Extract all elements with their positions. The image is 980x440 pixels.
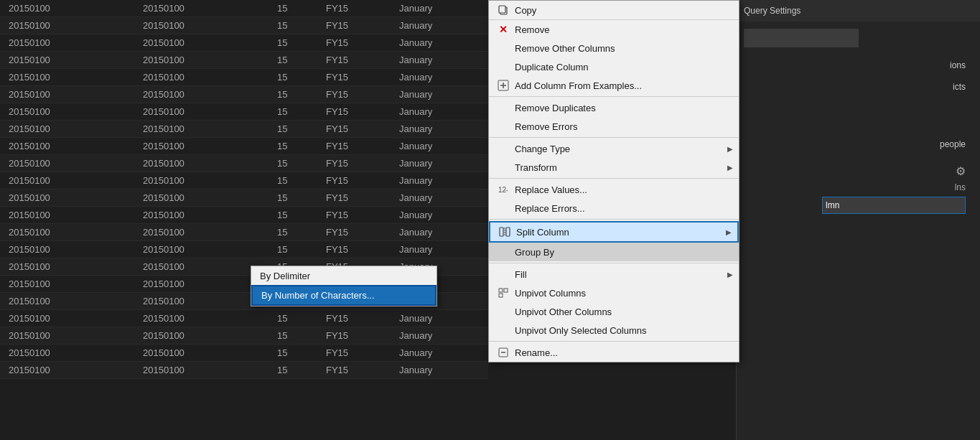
submenu-item-by-num-chars-label: By Number of Characters...: [261, 290, 375, 301]
svg-rect-1: [499, 6, 505, 13]
svg-rect-10: [499, 289, 503, 292]
table-cell-col5: January: [391, 362, 488, 379]
table-cell-col2: 20150100: [134, 224, 269, 241]
table-cell-col5: January: [391, 17, 488, 34]
menu-item-replace-values-label: Replace Values...: [512, 184, 730, 195]
right-panel-content: ions icts people ⚙ lns lmn: [737, 22, 980, 204]
table-cell-col5: January: [391, 69, 488, 86]
table-cell-col4: FY15: [317, 103, 391, 121]
table-cell-col4: FY15: [317, 86, 391, 103]
table-cell-col1: 20150100: [0, 0, 134, 17]
table-cell-col3: 15: [269, 310, 317, 327]
table-cell-col1: 20150100: [0, 207, 134, 224]
table-cell-col3: 15: [269, 155, 317, 172]
menu-item-remove-other-cols[interactable]: Remove Other Columns: [489, 39, 739, 57]
table-cell-col1: 20150100: [0, 189, 134, 207]
menu-separator-4: [489, 219, 739, 220]
menu-separator-5: [489, 263, 739, 263]
menu-item-replace-errors[interactable]: Replace Errors...: [489, 199, 739, 217]
menu-item-replace-values[interactable]: 12→ Replace Values...: [489, 180, 739, 199]
table-cell-col3: 15: [269, 345, 317, 362]
table-cell-col1: 20150100: [0, 138, 134, 155]
menu-item-replace-errors-label: Replace Errors...: [512, 203, 730, 214]
table-cell-col3: 15: [269, 224, 317, 241]
table-cell-col4: FY15: [317, 121, 391, 138]
menu-item-remove-errors[interactable]: Remove Errors: [489, 117, 739, 136]
table-cell-col1: 20150100: [0, 362, 134, 379]
menu-item-transform-label: Transform: [512, 162, 730, 173]
menu-item-unpivot-columns-label: Unpivot Columns: [512, 288, 730, 299]
label-ions: ions: [950, 60, 966, 70]
table-cell-col1: 20150100: [0, 52, 134, 69]
menu-item-remove[interactable]: ✕ Remove: [489, 19, 739, 39]
menu-item-copy[interactable]: Copy: [489, 1, 739, 19]
table-cell-col2: 20150100: [134, 276, 269, 293]
menu-item-unpivot-other-cols-label: Unpivot Other Columns: [512, 306, 730, 317]
label-icts: icts: [953, 82, 966, 92]
table-cell-col5: January: [391, 34, 488, 52]
menu-item-remove-duplicates[interactable]: Remove Duplicates: [489, 98, 739, 117]
table-cell-col3: 15: [269, 17, 317, 34]
table-row: 201501002015010015FY15January: [0, 103, 488, 121]
right-panel-title: Query Settings: [744, 6, 801, 16]
table-cell-col1: 20150100: [0, 103, 134, 121]
menu-item-change-type[interactable]: Change Type: [489, 139, 739, 158]
menu-item-unpivot-other-cols[interactable]: Unpivot Other Columns: [489, 302, 739, 321]
split-column-icon: [496, 226, 513, 238]
menu-item-split-column[interactable]: Split Column: [489, 221, 739, 243]
menu-item-add-col-examples[interactable]: Add Column From Examples...: [489, 76, 739, 95]
table-cell-col5: January: [391, 172, 488, 189]
svg-rect-7: [500, 228, 503, 236]
table-cell-col4: FY15: [317, 34, 391, 52]
label-lmn: lmn: [826, 200, 839, 210]
menu-item-split-column-label: Split Column: [513, 227, 729, 238]
menu-item-unpivot-columns[interactable]: Unpivot Columns: [489, 284, 739, 302]
table-cell-col2: 20150100: [134, 258, 269, 276]
menu-item-transform[interactable]: Transform: [489, 158, 739, 177]
submenu-item-by-delimiter[interactable]: By Delimiter: [251, 266, 437, 285]
table-cell-col4: FY15: [317, 0, 391, 17]
right-panel-header: Query Settings: [737, 0, 980, 22]
table-cell-col2: 20150100: [134, 17, 269, 34]
menu-item-remove-duplicates-label: Remove Duplicates: [512, 103, 730, 113]
menu-separator-3: [489, 178, 739, 179]
submenu-item-by-num-chars[interactable]: By Number of Characters...: [251, 285, 437, 306]
replace-values-icon: 12→: [495, 184, 512, 195]
table-row: 201501002015010015FY15January: [0, 86, 488, 103]
split-column-submenu: By Delimiter By Number of Characters...: [251, 266, 437, 306]
query-search-input[interactable]: [744, 29, 859, 47]
table-cell-col3: 15: [269, 0, 317, 17]
menu-item-remove-other-cols-label: Remove Other Columns: [512, 43, 730, 54]
menu-item-copy-label: Copy: [512, 5, 730, 16]
table-cell-col2: 20150100: [134, 155, 269, 172]
table-cell-col2: 20150100: [134, 345, 269, 362]
table-cell-col3: 15: [269, 207, 317, 224]
table-cell-col4: FY15: [317, 69, 391, 86]
table-row: 201501002015010015FY15January: [0, 327, 488, 345]
table-cell-col1: 20150100: [0, 241, 134, 258]
add-col-examples-icon: [495, 80, 512, 91]
menu-item-rename[interactable]: Rename...: [489, 343, 739, 362]
menu-item-remove-errors-label: Remove Errors: [512, 121, 730, 132]
table-row: 201501002015010015FY15January: [0, 172, 488, 189]
data-table: 201501002015010015FY15January20150100201…: [0, 0, 488, 379]
svg-text:→: →: [503, 187, 509, 194]
menu-item-remove-label: Remove: [512, 24, 730, 35]
menu-item-fill[interactable]: Fill: [489, 265, 739, 284]
table-row: 201501002015010015FY15January: [0, 345, 488, 362]
table-cell-col1: 20150100: [0, 172, 134, 189]
table-cell-col5: January: [391, 241, 488, 258]
table-row: 201501002015010015FY15January: [0, 241, 488, 258]
menu-item-duplicate-col[interactable]: Duplicate Column: [489, 57, 739, 76]
table-cell-col2: 20150100: [134, 241, 269, 258]
gear-icon[interactable]: ⚙: [956, 164, 966, 178]
copy-icon: [495, 4, 512, 16]
menu-item-unpivot-only-selected[interactable]: Unpivot Only Selected Columns: [489, 321, 739, 340]
svg-rect-8: [506, 228, 510, 236]
table-cell-col5: January: [391, 327, 488, 345]
table-cell-col1: 20150100: [0, 258, 134, 276]
right-panel: Query Settings ions icts people ⚙ lns lm…: [736, 0, 980, 440]
table-cell-col3: 15: [269, 121, 317, 138]
menu-item-group-by[interactable]: Group By: [489, 243, 739, 261]
col-name-input-wrap: lmn: [822, 197, 966, 214]
